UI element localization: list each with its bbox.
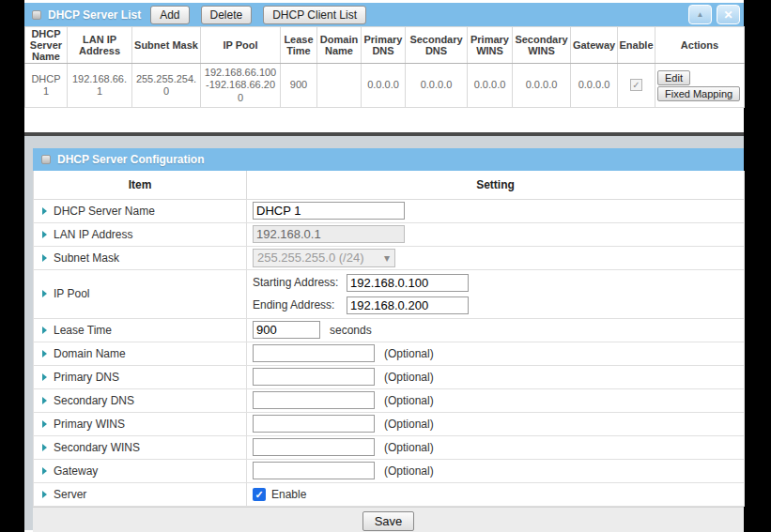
col-header-gateway: Gateway: [571, 27, 618, 64]
save-button[interactable]: Save: [362, 511, 415, 531]
row-primary-dns: Primary DNS (Optional): [34, 365, 745, 388]
field-label: Gateway: [54, 464, 98, 478]
item-arrow-icon: [42, 467, 47, 475]
dhcp-server-list-table: DHCP Server Name LAN IP Address Subnet M…: [24, 26, 745, 108]
optional-hint: (Optional): [384, 347, 434, 360]
screen: DHCP Server List Add Delete DHCP Client …: [0, 0, 771, 532]
item-column-header: Item: [34, 171, 247, 199]
optional-hint: (Optional): [384, 441, 434, 454]
domain-name-input[interactable]: [253, 344, 375, 362]
row-server: Server ✓Enable: [34, 482, 745, 506]
col-header-secondary-dns: Secondary DNS: [406, 27, 468, 64]
cell-dhcp-server-name: DHCP 1: [25, 64, 68, 108]
cell-lease-time: 900: [281, 64, 317, 108]
item-arrow-icon: [42, 491, 47, 498]
panel-square-icon: [41, 155, 51, 164]
cell-primary-dns: 0.0.0.0: [362, 64, 406, 108]
subnet-mask-select: 255.255.255.0 (/24) ▾: [253, 249, 395, 267]
field-label: Secondary WINS: [54, 441, 140, 454]
panel-title: DHCP Server List: [48, 8, 141, 22]
dropdown-icon: ▾: [384, 251, 390, 265]
cell-lan-ip: 192.168.66.1: [68, 64, 132, 108]
dhcp-server-name-input[interactable]: [253, 202, 405, 220]
cell-primary-wins: 0.0.0.0: [468, 64, 513, 108]
dhcp-list-titlebar: DHCP Server List Add Delete DHCP Client …: [24, 3, 744, 26]
field-label: Primary WINS: [54, 418, 125, 431]
gateway-input[interactable]: [253, 462, 375, 479]
field-label: Lease Time: [54, 324, 112, 337]
optional-hint: (Optional): [384, 464, 434, 478]
cell-domain-name: [317, 64, 362, 108]
starting-address-label: Starting Address:: [253, 276, 347, 289]
row-domain-name: Domain Name (Optional): [34, 342, 745, 365]
edit-button[interactable]: Edit: [657, 70, 690, 85]
setting-column-header: Setting: [247, 171, 745, 199]
add-button[interactable]: Add: [150, 6, 189, 24]
col-header-domain-name: Domain Name: [317, 27, 362, 64]
secondary-wins-input[interactable]: [253, 438, 375, 456]
lease-time-input[interactable]: [253, 321, 320, 339]
dhcp-client-list-button[interactable]: DHCP Client List: [263, 6, 366, 24]
field-label: Primary DNS: [54, 371, 119, 384]
col-header-actions: Actions: [655, 27, 745, 64]
row-subnet-mask: Subnet Mask 255.255.255.0 (/24) ▾: [34, 246, 745, 269]
optional-hint: (Optional): [384, 418, 434, 431]
item-arrow-icon: [42, 254, 47, 262]
table-row: DHCP 1 192.168.66.1 255.255.254.0 192.16…: [25, 64, 745, 108]
col-header-lan-ip: LAN IP Address: [68, 27, 132, 64]
cell-secondary-wins: 0.0.0.0: [513, 64, 571, 108]
optional-hint: (Optional): [384, 371, 434, 384]
col-header-primary-wins: Primary WINS: [468, 27, 513, 64]
secondary-dns-input[interactable]: [253, 391, 375, 409]
col-header-subnet-mask: Subnet Mask: [132, 27, 201, 64]
item-arrow-icon: [42, 420, 47, 428]
col-header-enable: Enable: [618, 27, 655, 64]
item-arrow-icon: [42, 207, 47, 215]
row-lan-ip-address: LAN IP Address: [34, 222, 745, 246]
server-enable-checkbox[interactable]: ✓: [253, 488, 266, 501]
panel-square-icon: [32, 10, 41, 20]
close-button[interactable]: ✕: [717, 5, 740, 24]
table-header-row: DHCP Server Name LAN IP Address Subnet M…: [25, 27, 745, 64]
row-secondary-wins: Secondary WINS (Optional): [34, 435, 745, 459]
cell-actions: Edit Fixed Mapping: [655, 64, 745, 108]
primary-dns-input[interactable]: [253, 368, 375, 386]
cell-subnet-mask: 255.255.254.0: [132, 64, 201, 108]
field-label: LAN IP Address: [54, 228, 133, 241]
config-footer: Save: [33, 507, 744, 532]
cell-ip-pool: 192.168.66.100-192.168.66.200: [201, 64, 281, 108]
collapse-button[interactable]: ▲: [688, 5, 712, 24]
ending-address-input[interactable]: [347, 296, 469, 314]
collapse-icon: ▲: [697, 10, 704, 19]
lower-section: DHCP Server Configuration Item Setting D…: [24, 136, 744, 530]
field-label: DHCP Server Name: [54, 205, 155, 218]
item-arrow-icon: [42, 444, 47, 451]
col-header-lease-time: Lease Time: [281, 27, 317, 64]
col-header-primary-dns: Primary DNS: [362, 27, 406, 64]
row-lease-time: Lease Time seconds: [34, 318, 745, 342]
item-arrow-icon: [42, 327, 47, 334]
lease-time-unit: seconds: [330, 324, 372, 337]
col-header-secondary-wins: Secondary WINS: [513, 27, 571, 64]
row-primary-wins: Primary WINS (Optional): [34, 412, 745, 435]
config-table: Item Setting DHCP Server Name LAN IP Add…: [33, 171, 745, 507]
field-label: Secondary DNS: [54, 394, 134, 407]
config-header-row: Item Setting: [34, 171, 745, 199]
starting-address-input[interactable]: [347, 274, 469, 292]
row-ip-pool: IP Pool Starting Address: Ending Address…: [34, 269, 745, 318]
item-arrow-icon: [42, 397, 47, 404]
lan-ip-address-input: [253, 225, 405, 243]
fixed-mapping-button[interactable]: Fixed Mapping: [657, 86, 740, 101]
white-gap: [24, 108, 744, 132]
item-arrow-icon: [42, 350, 47, 357]
close-icon: ✕: [723, 8, 732, 22]
col-header-dhcp-server-name: DHCP Server Name: [25, 27, 68, 64]
primary-wins-input[interactable]: [253, 415, 375, 433]
delete-button[interactable]: Delete: [201, 6, 253, 24]
field-label: Subnet Mask: [54, 251, 119, 265]
dhcp-server-configuration-panel: DHCP Server Configuration Item Setting D…: [33, 148, 744, 532]
optional-hint: (Optional): [384, 394, 434, 407]
item-arrow-icon: [42, 231, 47, 238]
dhcp-server-list-panel: DHCP Server List Add Delete DHCP Client …: [24, 3, 744, 108]
field-label: IP Pool: [54, 287, 89, 300]
